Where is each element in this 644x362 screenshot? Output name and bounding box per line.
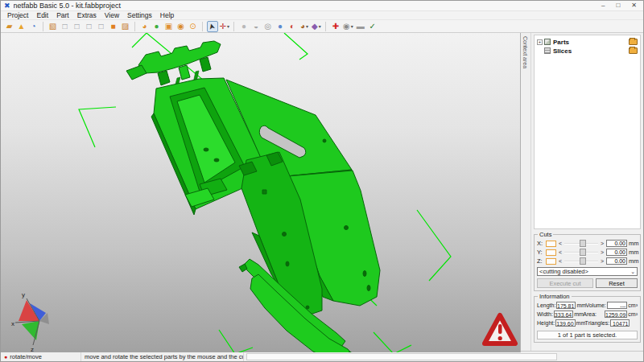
repair-part-button[interactable]: ▲ <box>16 21 27 32</box>
zoom-to-selection-icon: ● <box>154 23 159 31</box>
dropdown-arrow-icon[interactable]: ▾ <box>227 23 229 29</box>
slider-increase-z[interactable]: > <box>600 258 605 264</box>
zoom-window-button[interactable]: ◉ <box>175 21 187 32</box>
tree-item-slices[interactable]: Slices <box>535 47 639 55</box>
repair-script-button[interactable]: ◉▾ <box>342 21 354 32</box>
axis-label-y: y <box>22 291 25 298</box>
execute-cut-button[interactable]: Execute cut <box>537 278 593 288</box>
cutting-mode-select[interactable]: <cutting disabled> ⌄ <box>537 267 638 276</box>
menu-project[interactable]: Project <box>3 11 32 20</box>
view-front-icon: □ <box>62 23 67 31</box>
reset-button[interactable]: Reset <box>596 278 638 288</box>
close-button[interactable]: ✕ <box>631 2 637 9</box>
statusbar-mode-label: rotate/move <box>10 353 42 360</box>
platform-view-button[interactable]: ◔ <box>28 21 39 32</box>
view-isometric-button[interactable]: ▧ <box>47 21 59 32</box>
slider-increase-x[interactable]: > <box>600 241 605 246</box>
view-bottom-button[interactable]: ▨ <box>120 21 131 32</box>
cut-plane-toggle-z[interactable] <box>546 258 556 265</box>
window-controls: – □ ✕ <box>601 2 640 9</box>
remove-part-button[interactable]: ▬ <box>355 21 366 32</box>
highlight-errors-icon: ◐ <box>290 23 295 31</box>
cut-slider-y[interactable] <box>564 249 598 256</box>
add-part-button[interactable]: ✚ <box>330 21 341 32</box>
slider-handle[interactable] <box>580 240 586 247</box>
mesh-view-button[interactable]: ● <box>275 21 286 32</box>
slider-handle[interactable] <box>580 257 586 265</box>
slider-handle[interactable] <box>580 249 586 256</box>
dropdown-arrow-icon[interactable]: ▾ <box>319 23 321 29</box>
shell-select-button[interactable]: ● <box>238 21 250 32</box>
info-unit-length: mm <box>576 302 584 308</box>
toolbar-separator <box>43 22 43 31</box>
cut-slider-x[interactable] <box>564 240 598 247</box>
slider-increase-y[interactable]: > <box>600 249 605 255</box>
platform-view-icon: ◔ <box>31 23 35 31</box>
cut-value-input-x[interactable] <box>606 240 627 247</box>
repair-script-icon: ◉ <box>343 23 350 31</box>
slider-decrease-z[interactable]: < <box>558 258 563 264</box>
cut-axis-label-x: X: <box>537 240 544 247</box>
move-rotate-tool-button[interactable]: ✛▾ <box>219 21 230 32</box>
axis-label-x: x <box>11 320 14 327</box>
context-tabstrip[interactable]: Context area <box>521 33 531 351</box>
toolbar-separator <box>134 22 135 31</box>
expander-icon[interactable]: + <box>537 39 543 45</box>
window-title: netfabb Basic 5.0 - kit.fabbproject <box>14 2 601 10</box>
view-left-button[interactable]: □ <box>84 21 95 32</box>
view-bottom-icon: ▨ <box>122 23 129 31</box>
tree-item-parts[interactable]: +Parts <box>535 38 639 46</box>
highlight-errors-button[interactable]: ◐ <box>287 21 298 32</box>
view-back-button[interactable]: □ <box>72 21 83 32</box>
zoom-box-button[interactable]: ▣ <box>163 21 175 32</box>
cut-plane-toggle-y[interactable] <box>546 249 556 256</box>
select-tool-button[interactable]: ➤ <box>207 21 218 32</box>
menu-view[interactable]: View <box>101 11 123 20</box>
open-project-button[interactable]: ▰ <box>4 21 15 32</box>
info-unit-height: mm <box>576 320 584 326</box>
3d-viewport[interactable]: y x z <box>1 33 521 352</box>
mesh-view-icon: ● <box>278 23 283 31</box>
3d-scene[interactable] <box>1 33 521 352</box>
apply-repair-button[interactable]: ✓ <box>367 21 378 32</box>
triangle-select-button[interactable]: ◎ <box>262 21 274 32</box>
info-value-volume: --- <box>607 302 628 309</box>
measure-tool-button[interactable]: ◆▾ <box>311 21 322 32</box>
menu-edit[interactable]: Edit <box>32 11 52 20</box>
maximize-button[interactable]: □ <box>616 2 620 9</box>
toolbar-separator <box>325 22 326 31</box>
titlebar: ✖ netfabb Basic 5.0 - kit.fabbproject – … <box>1 1 643 11</box>
cut-value-input-y[interactable] <box>606 249 627 256</box>
model-3d[interactable] <box>126 41 380 352</box>
menu-extras[interactable]: Extras <box>73 11 101 20</box>
chevron-down-icon: ⌄ <box>630 269 635 275</box>
zoom-to-selection-button[interactable]: ● <box>151 21 163 32</box>
minimize-button[interactable]: – <box>601 2 605 9</box>
cut-row-y: Y:<>mm <box>537 248 638 257</box>
view-right-button[interactable]: □ <box>96 21 107 32</box>
dropdown-arrow-icon[interactable]: ▾ <box>351 23 353 29</box>
slider-decrease-x[interactable]: < <box>558 241 563 246</box>
cut-value-input-z[interactable] <box>606 257 627 265</box>
zoom-in-button[interactable]: ⊙ <box>188 21 199 32</box>
menu-help[interactable]: Help <box>156 11 178 20</box>
zoom-to-parts-button[interactable]: ◕ <box>139 21 151 32</box>
menu-part[interactable]: Part <box>52 11 73 20</box>
cut-unit-label: mm <box>629 240 638 247</box>
cut-axis-label-y: Y: <box>537 249 544 256</box>
cutting-mode-value: <cutting disabled> <box>539 268 630 275</box>
warning-icon[interactable] <box>481 311 519 349</box>
open-folder-icon[interactable] <box>629 47 638 54</box>
open-folder-icon[interactable] <box>629 39 638 45</box>
surface-select-button[interactable]: ◒ <box>250 21 262 32</box>
zoom-in-icon: ⊙ <box>189 23 196 31</box>
cut-plane-toggle-x[interactable] <box>546 241 556 247</box>
dropdown-arrow-icon[interactable]: ▾ <box>306 23 308 29</box>
main-area: y x z Context area +PartsSlices Cuts X:<… <box>1 33 643 351</box>
menu-settings[interactable]: Settings <box>123 11 156 20</box>
shading-mode-button[interactable]: ◕▾ <box>299 21 310 32</box>
slider-decrease-y[interactable]: < <box>558 249 563 255</box>
view-front-button[interactable]: □ <box>60 21 71 32</box>
cut-slider-z[interactable] <box>564 257 598 265</box>
view-top-button[interactable]: ■ <box>108 21 119 32</box>
